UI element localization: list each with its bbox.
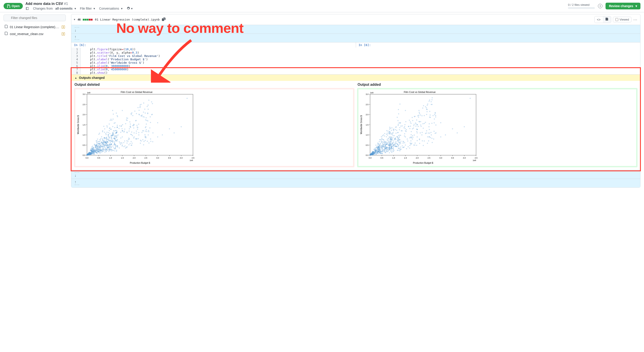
svg-point-598	[117, 139, 118, 140]
svg-point-1599	[395, 138, 396, 139]
svg-point-619	[111, 137, 112, 138]
svg-point-328	[106, 137, 107, 138]
svg-point-706	[126, 120, 128, 121]
expand-up-row-2[interactable]: ⋯⋯ ↓	[71, 170, 640, 179]
svg-point-1697	[393, 145, 394, 146]
svg-point-1429	[388, 149, 389, 150]
file-tree-item[interactable]: cost_revenue_clean.csv	[4, 30, 66, 37]
copy-path-icon[interactable]	[162, 17, 166, 22]
expand-up-row[interactable]: ⋯⋯ ↓	[71, 25, 640, 33]
svg-point-674	[137, 129, 138, 130]
svg-point-1683	[376, 153, 378, 154]
svg-point-711	[119, 141, 120, 142]
svg-point-1467	[398, 148, 399, 149]
svg-point-1211	[381, 138, 382, 139]
svg-point-814	[91, 151, 92, 152]
svg-point-1181	[398, 135, 399, 136]
svg-point-1468	[415, 122, 416, 124]
filter-files-input[interactable]	[4, 14, 66, 21]
conversations-dropdown[interactable]: Conversations ▾	[99, 7, 122, 10]
render-mode-toggle[interactable]: <>	[594, 16, 611, 23]
source-view-button[interactable]: <>	[594, 16, 603, 23]
info-icon[interactable]: i	[598, 4, 602, 8]
svg-point-1579	[384, 142, 384, 143]
rendered-view-button[interactable]	[603, 16, 611, 23]
svg-point-956	[388, 131, 389, 132]
svg-point-74	[106, 132, 108, 133]
svg-point-70	[111, 150, 112, 152]
review-changes-button[interactable]: Review changes ▾	[606, 3, 640, 9]
line-number[interactable]: 3	[71, 54, 80, 58]
svg-point-838	[122, 137, 123, 138]
svg-point-1488	[413, 125, 414, 126]
svg-point-717	[130, 127, 131, 128]
line-number[interactable]: 8	[71, 71, 80, 74]
file-path[interactable]: 01 Linear Regression (complete).ipynb	[95, 18, 160, 21]
svg-point-1444	[392, 145, 394, 147]
svg-point-1569	[402, 145, 403, 147]
svg-point-347	[105, 133, 106, 134]
line-number[interactable]: 6	[71, 64, 80, 68]
outputs-changed-header[interactable]: ▸ Outputs changed	[71, 74, 640, 81]
svg-point-813	[91, 152, 92, 154]
svg-point-444	[90, 149, 91, 150]
svg-point-1376	[381, 140, 382, 141]
svg-point-1650	[404, 124, 406, 125]
svg-point-599	[146, 129, 147, 130]
svg-point-1664	[391, 141, 392, 142]
sidebar-toggle-icon[interactable]	[26, 7, 29, 10]
svg-point-630	[128, 139, 129, 140]
svg-point-1621	[395, 141, 396, 142]
svg-point-1527	[380, 152, 381, 154]
svg-point-745	[138, 138, 139, 139]
svg-point-1640	[384, 143, 386, 145]
svg-point-1696	[393, 149, 394, 150]
svg-point-796	[116, 136, 117, 137]
changes-from-dropdown[interactable]: Changes from all commits ▾	[33, 7, 76, 10]
svg-point-587	[100, 140, 101, 141]
svg-point-1504	[430, 137, 431, 138]
svg-point-1703	[402, 143, 404, 144]
svg-point-1603	[435, 115, 436, 116]
svg-point-1709	[412, 139, 413, 140]
expand-down-row-2[interactable]: ↑ ⋯⋯	[71, 179, 640, 187]
svg-point-1447	[376, 152, 378, 153]
diff-settings-icon[interactable]: ▾	[126, 7, 132, 10]
file-tree-item[interactable]: 01 Linear Regression (complete).i…	[4, 23, 66, 30]
svg-point-410	[92, 146, 93, 147]
line-number[interactable]: 5	[71, 61, 80, 64]
file-menu-icon[interactable]: ⋯	[633, 17, 638, 22]
expand-down-row[interactable]: ↑ ⋯⋯	[71, 33, 640, 42]
svg-point-615	[136, 131, 137, 132]
svg-point-755	[147, 106, 148, 107]
svg-point-775	[131, 134, 132, 135]
line-number[interactable]: 4	[71, 58, 80, 61]
svg-point-1555	[424, 123, 425, 124]
code-line: plt.show()	[80, 71, 640, 74]
svg-point-620	[145, 140, 146, 141]
line-number[interactable]: 7	[71, 68, 80, 71]
svg-point-402	[96, 142, 98, 143]
svg-text:1.5: 1.5	[404, 157, 407, 159]
svg-point-1610	[400, 135, 401, 136]
svg-point-94	[106, 125, 108, 126]
svg-point-452	[104, 141, 105, 142]
svg-point-835	[117, 147, 118, 148]
svg-point-1433	[373, 151, 374, 152]
svg-point-1292	[395, 129, 396, 130]
line-number[interactable]: 2	[71, 51, 80, 54]
svg-point-1602	[388, 150, 389, 151]
line-number[interactable]: 1	[71, 48, 80, 51]
svg-point-1205	[392, 133, 393, 134]
svg-point-733	[122, 124, 123, 125]
svg-point-660	[148, 130, 149, 131]
viewed-checkbox-input[interactable]	[616, 18, 618, 21]
svg-point-44	[103, 126, 104, 127]
svg-point-857	[157, 137, 158, 138]
collapse-file-icon[interactable]: ▸	[73, 19, 76, 20]
svg-point-262	[108, 145, 109, 146]
viewed-checkbox[interactable]: Viewed	[613, 17, 632, 22]
file-filter-dropdown[interactable]: File filter ▾	[80, 7, 95, 10]
svg-text:0.5: 0.5	[97, 157, 100, 159]
svg-point-709	[103, 150, 104, 151]
